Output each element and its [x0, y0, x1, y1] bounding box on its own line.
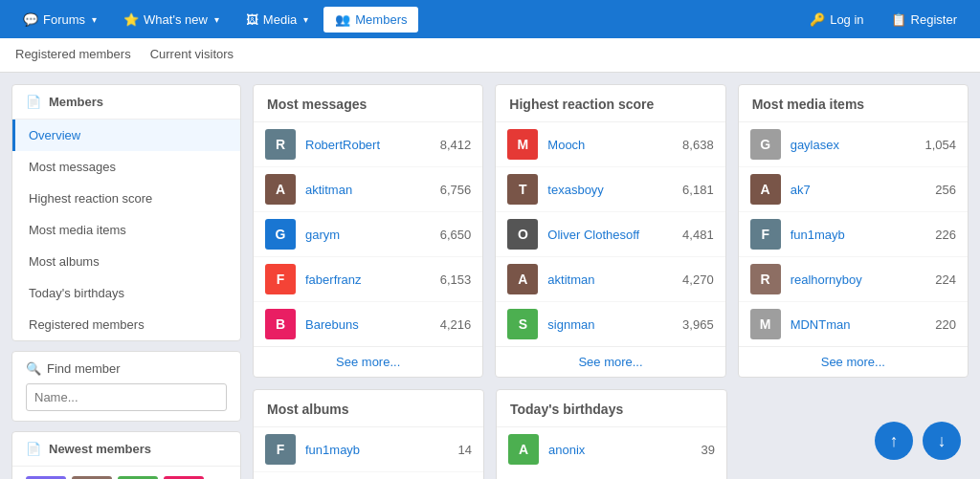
avatar: A [507, 264, 538, 294]
member-name[interactable]: aktitman [305, 183, 423, 197]
avatar: F [265, 264, 296, 294]
avatar: T [507, 174, 538, 205]
doc-icon: 📄 [26, 442, 41, 456]
member-name[interactable]: Barebuns [305, 317, 423, 332]
sidebar-item-most-albums[interactable]: Most albums [12, 246, 240, 277]
birthdays-card: Today's birthdays Aanonix39 [496, 389, 727, 479]
member-name[interactable]: MDNTman [791, 317, 908, 332]
highest-reaction-title: Highest reaction score [496, 85, 724, 122]
table-row: Ffun1mayb226 [739, 212, 968, 257]
member-name[interactable]: garym [305, 228, 423, 242]
table-row: Aaktitman6,756 [254, 167, 482, 212]
table-row: Ttexasboyy6,181 [496, 167, 724, 212]
avatar: G [265, 219, 296, 250]
table-row: Ggaylasex1,054 [739, 122, 968, 167]
table-row: Aak7256 [739, 167, 968, 212]
doc-icon: 📄 [26, 95, 41, 109]
nav-whats-new[interactable]: ⭐ What's new ▾ [112, 7, 231, 33]
avatar: M [507, 129, 538, 160]
avatar: A [750, 174, 781, 205]
member-name[interactable]: RobertRobert [305, 138, 423, 152]
forum-icon: 💬 [23, 12, 38, 27]
nav-login[interactable]: 🔑 Log in [798, 7, 875, 33]
scroll-up-button[interactable]: ↑ [875, 422, 913, 460]
highest-reaction-see-more[interactable]: See more... [496, 346, 724, 377]
member-name[interactable]: Oliver Clothesoff [547, 228, 665, 242]
nav-whats-new-label: What's new [144, 12, 208, 27]
chevron-down-icon: ▾ [303, 14, 308, 25]
most-messages-card: Most messages RRobertRobert8,412Aaktitma… [253, 84, 483, 378]
table-row: MMDNTman220 [739, 302, 968, 346]
avatar: G [750, 129, 781, 160]
stat-count: 39 [677, 443, 715, 457]
avatar: O [507, 219, 538, 250]
newest-avatars-grid: ATAOTMN [12, 467, 240, 479]
stat-count: 4,216 [433, 317, 471, 332]
member-name[interactable]: Mooch [547, 138, 665, 152]
member-name[interactable]: signman [547, 317, 665, 332]
stat-count: 3,965 [676, 317, 714, 332]
nav-forums-label: Forums [43, 12, 85, 27]
stat-count: 256 [918, 183, 956, 197]
top-navigation: 💬 Forums ▾ ⭐ What's new ▾ 🖼 Media ▾ 👥 Me… [0, 0, 980, 38]
member-name[interactable]: texasboyy [547, 183, 665, 197]
most-media-title: Most media items [739, 85, 968, 122]
member-name[interactable]: aktitman [547, 272, 665, 287]
avatar: F [750, 219, 781, 250]
find-member-input[interactable] [26, 383, 227, 411]
scroll-down-button[interactable]: ↓ [923, 422, 961, 460]
table-row: Aanonix39 [497, 427, 726, 471]
stat-count: 6,650 [433, 228, 471, 242]
stat-count: 226 [918, 228, 956, 242]
table-row: Yyfdonno12 [254, 472, 483, 479]
table-row: OOliver Clothesoff4,481 [496, 212, 724, 257]
avatar: A [508, 434, 539, 465]
member-name[interactable]: anonix [548, 443, 667, 457]
sidebar-item-registered[interactable]: Registered members [12, 309, 240, 340]
birthdays-title: Today's birthdays [497, 390, 726, 427]
search-icon: 🔍 [26, 361, 41, 376]
most-messages-see-more[interactable]: See more... [254, 346, 482, 377]
table-row: Ssignman3,965 [496, 302, 724, 346]
members-sidebar-header: 📄 Members [12, 85, 240, 120]
find-member-card: 🔍 Find member [11, 351, 241, 422]
nav-members-label: Members [355, 12, 407, 27]
stats-top-row: Most messages RRobertRobert8,412Aaktitma… [253, 84, 969, 378]
nav-media[interactable]: 🖼 Media ▾ [234, 7, 320, 33]
member-name[interactable]: fun1mayb [305, 443, 424, 457]
newest-members-header: 📄 Newest members [12, 432, 240, 467]
table-row: BBarebuns4,216 [254, 302, 482, 346]
sidebar-item-most-messages[interactable]: Most messages [12, 151, 240, 183]
sub-navigation: Registered members Current visitors [0, 38, 980, 73]
members-menu-card: 📄 Members Overview Most messages Highest… [11, 84, 241, 341]
nav-members[interactable]: 👥 Members [323, 7, 418, 33]
stat-count: 1,054 [918, 138, 956, 152]
member-name[interactable]: fun1mayb [791, 228, 908, 242]
sidebar-item-highest-reaction[interactable]: Highest reaction score [12, 183, 240, 214]
stat-count: 4,481 [676, 228, 714, 242]
avatar: M [750, 309, 781, 339]
most-albums-card: Most albums Ffun1mayb14Yyfdonno12SSulnee… [253, 389, 484, 479]
most-media-card: Most media items Ggaylasex1,054Aak7256Ff… [738, 84, 969, 378]
subnav-registered-members[interactable]: Registered members [15, 38, 131, 73]
avatar: R [750, 264, 781, 294]
sidebar-item-birthdays[interactable]: Today's birthdays [12, 277, 240, 309]
sidebar-item-overview[interactable]: Overview [12, 120, 240, 151]
member-name[interactable]: realhornyboy [791, 272, 908, 287]
subnav-current-visitors[interactable]: Current visitors [150, 38, 234, 73]
member-name[interactable]: ak7 [791, 183, 908, 197]
member-name[interactable]: faberfranz [305, 272, 423, 287]
table-row: RRobertRobert8,412 [254, 122, 482, 167]
highest-reaction-card: Highest reaction score MMooch8,638Ttexas… [495, 84, 725, 378]
nav-register[interactable]: 📋 Register [880, 7, 969, 33]
most-messages-title: Most messages [254, 85, 482, 122]
stat-count: 220 [918, 317, 956, 332]
table-row: Rrealhornyboy224 [739, 257, 968, 302]
stat-count: 8,638 [676, 138, 714, 152]
member-name[interactable]: gaylasex [791, 138, 908, 152]
sidebar-item-most-media[interactable]: Most media items [12, 214, 240, 246]
nav-forums[interactable]: 💬 Forums ▾ [11, 7, 108, 33]
avatar: A [265, 174, 296, 205]
fab-area: ↑ ↓ [875, 422, 961, 460]
most-media-see-more[interactable]: See more... [739, 346, 968, 377]
